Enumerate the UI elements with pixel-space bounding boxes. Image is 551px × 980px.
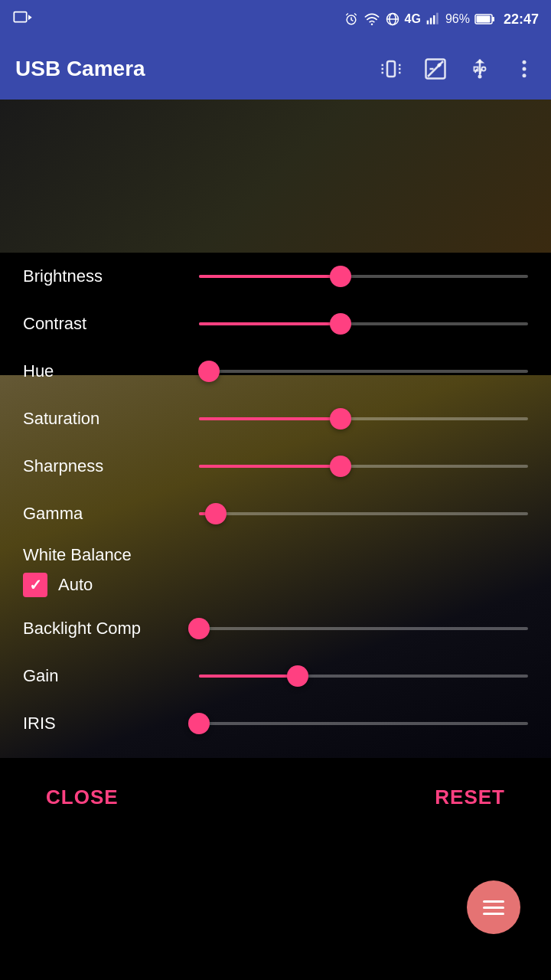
svg-point-5 bbox=[370, 23, 373, 24]
sharpness-slider[interactable] bbox=[199, 464, 528, 469]
contrast-row: Contrast bbox=[0, 300, 551, 348]
app-bar: USB Camera bbox=[0, 38, 551, 100]
wifi-icon bbox=[364, 11, 380, 27]
bottom-buttons: CLOSE RESET bbox=[0, 763, 551, 832]
iris-track bbox=[199, 722, 528, 725]
svg-point-30 bbox=[478, 75, 482, 79]
gain-label: Gain bbox=[23, 666, 199, 686]
status-bar: 4G 96% 22:47 bbox=[0, 0, 551, 38]
sharpness-label: Sharpness bbox=[23, 456, 199, 476]
vibrate-icon[interactable] bbox=[380, 57, 403, 80]
iris-row: IRIS bbox=[0, 700, 551, 747]
saturation-label: Saturation bbox=[23, 409, 199, 429]
close-button[interactable]: CLOSE bbox=[46, 786, 119, 809]
hue-slider[interactable] bbox=[199, 369, 528, 374]
signal-icon bbox=[425, 11, 441, 27]
gain-row: Gain bbox=[0, 652, 551, 700]
gain-fill bbox=[199, 675, 298, 678]
saturation-row: Saturation bbox=[0, 395, 551, 443]
contrast-fill bbox=[199, 322, 341, 325]
fab-line-3 bbox=[483, 913, 504, 915]
brightness-label: Brightness bbox=[23, 266, 199, 286]
battery-icon bbox=[474, 13, 496, 25]
network-type: 4G bbox=[405, 12, 421, 26]
sharpness-thumb[interactable] bbox=[330, 456, 351, 477]
svg-point-35 bbox=[523, 74, 527, 77]
checkmark-icon: ✓ bbox=[29, 576, 42, 594]
battery-pct: 96% bbox=[445, 12, 470, 26]
svg-point-34 bbox=[523, 67, 527, 71]
contrast-slider[interactable] bbox=[199, 322, 528, 326]
camera-preview bbox=[0, 100, 551, 253]
svg-rect-14 bbox=[476, 16, 490, 23]
hue-thumb[interactable] bbox=[198, 361, 220, 382]
hue-row: Hue bbox=[0, 348, 551, 395]
backlight-comp-row: Backlight Comp bbox=[0, 605, 551, 652]
svg-rect-10 bbox=[430, 18, 432, 24]
svg-marker-1 bbox=[28, 15, 32, 20]
contrast-thumb[interactable] bbox=[330, 313, 351, 335]
app-bar-icons bbox=[380, 57, 536, 80]
alarm-icon bbox=[344, 11, 359, 27]
backlight-comp-label: Backlight Comp bbox=[23, 619, 199, 639]
gamma-slider[interactable] bbox=[199, 511, 528, 516]
svg-line-31 bbox=[475, 69, 478, 73]
gamma-label: Gamma bbox=[23, 504, 199, 524]
backlight-comp-slider[interactable] bbox=[199, 626, 528, 631]
screen-record-icon bbox=[12, 8, 34, 30]
fab-line-1 bbox=[483, 900, 504, 903]
gamma-track bbox=[199, 512, 528, 515]
backlight-comp-thumb[interactable] bbox=[188, 618, 210, 639]
iris-thumb[interactable] bbox=[188, 713, 210, 734]
settings-panel: Brightness Contrast Hue bbox=[0, 253, 551, 763]
backlight-comp-track bbox=[199, 627, 528, 630]
white-balance-label: White Balance bbox=[23, 545, 528, 565]
fab-line-2 bbox=[483, 906, 504, 909]
svg-rect-9 bbox=[427, 21, 429, 24]
gain-thumb[interactable] bbox=[287, 665, 308, 687]
gain-slider[interactable] bbox=[199, 674, 528, 678]
menu-icon bbox=[480, 897, 507, 918]
brightness-thumb[interactable] bbox=[330, 266, 351, 287]
app-title: USB Camera bbox=[15, 57, 364, 81]
iris-label: IRIS bbox=[23, 714, 199, 733]
saturation-fill bbox=[199, 417, 341, 420]
status-right: 4G 96% 22:47 bbox=[344, 11, 539, 28]
status-left bbox=[12, 8, 34, 30]
svg-rect-16 bbox=[387, 61, 395, 77]
auto-label: Auto bbox=[58, 575, 93, 595]
gamma-row: Gamma bbox=[0, 490, 551, 537]
more-vert-icon[interactable] bbox=[513, 57, 536, 80]
reset-button[interactable]: RESET bbox=[435, 786, 505, 809]
svg-rect-0 bbox=[14, 12, 26, 22]
fab-button[interactable] bbox=[467, 880, 520, 934]
saturation-slider[interactable] bbox=[199, 416, 528, 421]
svg-line-4 bbox=[354, 14, 357, 16]
brightness-slider[interactable] bbox=[199, 274, 528, 279]
svg-rect-12 bbox=[436, 13, 439, 24]
white-balance-row: White Balance ✓ Auto bbox=[0, 537, 551, 605]
brightness-row: Brightness bbox=[0, 253, 551, 300]
iris-slider[interactable] bbox=[199, 721, 528, 726]
svg-point-33 bbox=[523, 60, 527, 64]
hue-label: Hue bbox=[23, 361, 199, 381]
gamma-thumb[interactable] bbox=[205, 503, 227, 524]
globe-icon bbox=[385, 11, 400, 27]
usb-icon[interactable] bbox=[468, 57, 491, 80]
sharpness-row: Sharpness bbox=[0, 443, 551, 490]
svg-point-29 bbox=[482, 67, 486, 71]
saturation-thumb[interactable] bbox=[330, 408, 351, 430]
auto-checkbox-row: ✓ Auto bbox=[23, 573, 528, 597]
auto-checkbox[interactable]: ✓ bbox=[23, 573, 47, 597]
svg-rect-11 bbox=[433, 15, 435, 24]
hue-track bbox=[199, 370, 528, 373]
svg-rect-15 bbox=[492, 17, 494, 21]
sharpness-fill bbox=[199, 465, 341, 468]
brightness-fill bbox=[199, 275, 341, 278]
exposure-icon[interactable] bbox=[424, 57, 447, 80]
settings-content: Brightness Contrast Hue bbox=[0, 253, 551, 747]
time: 22:47 bbox=[504, 11, 539, 28]
contrast-label: Contrast bbox=[23, 314, 199, 334]
svg-line-3 bbox=[346, 14, 348, 16]
